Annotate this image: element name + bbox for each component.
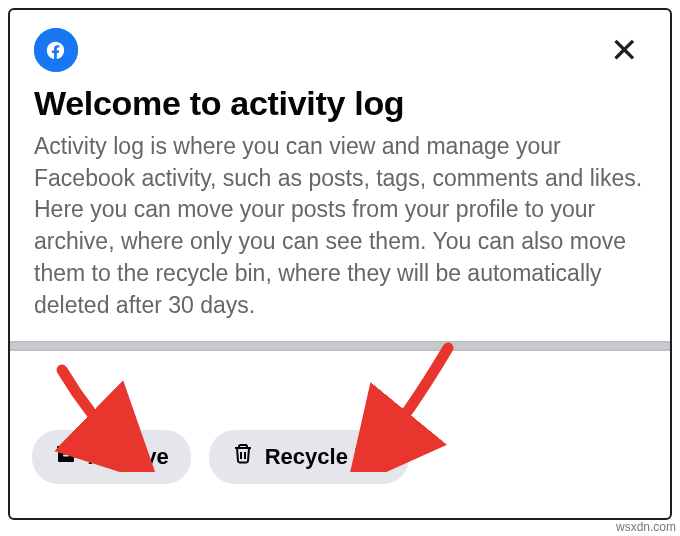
dialog-header: ✕ [10,10,670,76]
facebook-logo-icon [34,28,78,72]
activity-log-dialog: ✕ Welcome to activity log Activity log i… [8,8,672,520]
archive-icon [54,442,78,472]
svg-point-0 [34,28,78,72]
dialog-title: Welcome to activity log [10,76,670,131]
archive-button-label: Archive [88,444,169,470]
recycle-bin-button-label: Recycle bin [265,444,387,470]
section-divider [10,341,670,351]
dialog-description: Activity log is where you can view and m… [10,131,670,341]
svg-rect-2 [58,452,74,462]
archive-button[interactable]: Archive [32,430,191,484]
close-icon[interactable]: ✕ [602,29,646,71]
watermark-text: wsxdn.com [616,520,676,534]
recycle-bin-button[interactable]: Recycle bin [209,430,409,484]
svg-rect-1 [57,446,75,451]
trash-icon [231,442,255,472]
button-row: Archive Recycle bin [10,406,431,508]
svg-rect-3 [63,455,69,457]
